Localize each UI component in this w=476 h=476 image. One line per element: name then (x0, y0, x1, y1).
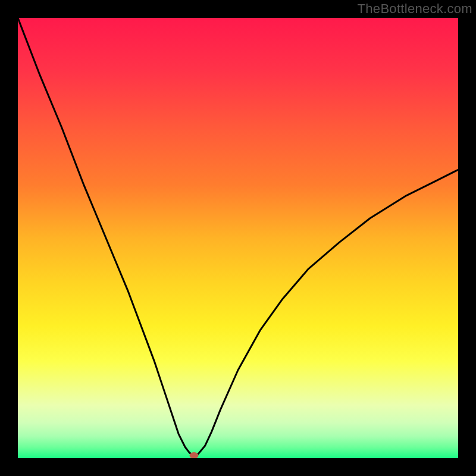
plot-area (18, 18, 458, 458)
plot-svg (18, 18, 458, 458)
watermark-text: TheBottleneck.com (358, 1, 472, 17)
chart-frame: TheBottleneck.com (0, 0, 476, 476)
heat-background (18, 18, 458, 458)
optimal-point-marker (190, 453, 198, 458)
